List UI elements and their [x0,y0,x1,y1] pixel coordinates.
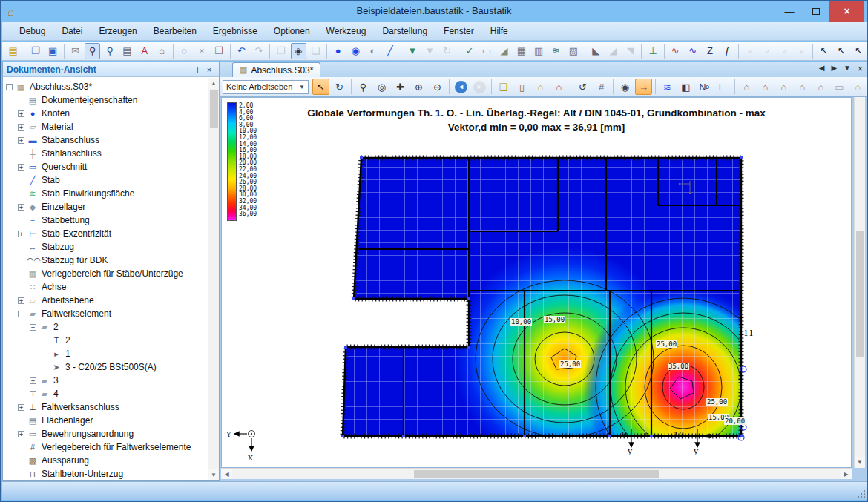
menu-item-fenster[interactable]: Fenster [435,24,482,39]
tree-item[interactable]: +⊢Stab-Exzentrizität [3,227,208,240]
scroll-left-icon[interactable]: ◀ [221,469,232,479]
prev-tab-icon[interactable]: ◀ [819,64,825,74]
tree-item[interactable]: +▬Stabanschluss [3,133,208,147]
tree-item[interactable]: +▱Material [3,120,208,133]
select-diamond-button[interactable]: ↖ [851,43,867,59]
zoom-out-button[interactable]: ⊖ [429,79,446,95]
menu-item-datei[interactable]: Datei [53,24,91,39]
tree-item[interactable]: ◠◠Stabzug für BDK [3,254,208,267]
menu-item-ergebnisse[interactable]: Ergebnisse [205,24,266,39]
scroll-thumb[interactable] [414,470,659,478]
menu-item-debug[interactable]: Debug [11,24,53,39]
numbering-toggle-button[interactable]: № [696,79,713,95]
tree-item[interactable]: +▱Arbeitsebene [3,294,208,307]
undo-button[interactable]: ↶ [234,43,249,59]
tree-item[interactable]: −▰2 [3,320,208,334]
pin-icon[interactable]: Ŧ [191,65,203,74]
render-station-button[interactable]: ⌂ [550,79,568,95]
beam-rotate-button[interactable]: ◢ [496,43,512,59]
clip-plane-button[interactable]: ◧ [677,79,694,95]
open-project-button[interactable]: ❐ [27,43,43,59]
render-door-button[interactable]: ▯ [513,79,530,95]
load-vertical-button[interactable]: ▼ [422,43,438,59]
node-load-button[interactable]: ▼ [404,43,420,59]
expander-icon[interactable]: + [30,391,36,397]
tree-item[interactable]: ╱Stab [3,174,208,187]
export-pdf-button[interactable]: A [137,43,152,59]
support-column-button[interactable]: ◥ [622,43,638,59]
tree-item[interactable]: ▸1 [3,347,208,360]
export-image-button[interactable]: ⌂ [154,43,169,59]
tree-item[interactable]: ▤Flächenlager [3,414,208,427]
tree-item[interactable]: ∷Achse [3,280,208,294]
workplane-check-button[interactable]: ✓ [461,43,477,59]
function-fx-button[interactable]: ƒ [720,43,735,59]
close-button[interactable]: × [829,1,864,22]
canvas-vscrollbar[interactable]: ▼ [854,97,865,468]
select-index-button[interactable]: ↖ [833,43,849,59]
scroll-thumb[interactable] [856,231,864,357]
support-elastic-button[interactable]: ◢ [605,43,621,59]
print-preview-button[interactable]: ⚲ [85,43,100,59]
send-document-button[interactable]: ✉ [68,43,83,59]
tree-item[interactable]: ⊓Stahlbeton-Unterzug [3,467,208,480]
menu-item-hilfe[interactable]: Hilfe [482,24,516,39]
select-measure-button[interactable]: ↖ [816,43,832,59]
paste-special-button[interactable]: ❐ [273,43,289,59]
load-z2-button[interactable]: Z [702,43,717,59]
save-button[interactable]: ▣ [45,43,61,59]
render-box-button[interactable]: ❑ [495,79,512,95]
zoom-extent-button[interactable]: ◎ [373,79,390,95]
node-select-button[interactable]: ◉ [347,43,363,59]
orbit-view-button[interactable]: ↺ [574,79,591,95]
copy-nodes-button[interactable]: ∘ [742,43,757,59]
tree-item[interactable]: −▦Abschluss.S03* [3,80,208,93]
scroll-thumb[interactable] [210,90,218,128]
dimension-toggle-button[interactable]: ⊢ [714,79,731,95]
minimize-button[interactable]: — [776,1,803,22]
rotate-select-button[interactable]: ↻ [331,79,348,95]
expander-icon[interactable]: + [18,404,24,411]
view-home-button[interactable]: ⌂ [849,79,867,95]
camera-snapshot-button[interactable]: ◉ [617,79,634,95]
panel-cut-button[interactable]: ▧ [565,43,581,59]
tree-item[interactable]: #Verlegebereich für Faltwerkselemente [3,440,208,454]
tree-item[interactable]: +●Knoten [3,107,208,120]
load-diagram-down-button[interactable]: ∿ [668,43,683,59]
tree-item[interactable]: +◆Einzellager [3,200,208,214]
pan-tool-button[interactable]: ✚ [392,79,409,95]
tree-item[interactable]: ≋Stab-Einwirkungsfläche [3,187,208,200]
rotate-nodes-button[interactable]: ∘ [777,43,792,59]
view-dome-button[interactable]: ⌂ [812,79,829,95]
close-tab-icon[interactable]: × [858,64,863,74]
mirror-nodes-button[interactable]: ∘ [759,43,775,59]
view-roof-button[interactable]: ⌂ [775,79,792,95]
tree-item[interactable]: +▰4 [3,387,208,400]
delete-button[interactable]: × [194,43,209,59]
tree-item[interactable]: ↔Stabzug [3,240,208,254]
tab-menu-icon[interactable]: ▼ [844,64,851,74]
menu-item-bearbeiten[interactable]: Bearbeiten [145,24,205,39]
support-create-button[interactable]: ◣ [588,43,603,59]
expander-icon[interactable]: + [18,124,24,131]
wave-results-button[interactable]: ≋ [659,79,676,95]
panel-edit-button[interactable]: ▥ [531,43,547,59]
search-document-button[interactable]: ⚲ [102,43,117,59]
close-icon[interactable]: × [203,65,215,74]
expander-icon[interactable]: + [18,137,24,144]
resize-grip[interactable] [856,489,865,498]
scroll-right-icon[interactable]: ▶ [841,469,852,479]
new-document-button[interactable]: ▤ [5,43,21,59]
menu-item-optionen[interactable]: Optionen [266,24,318,39]
expander-icon[interactable]: + [18,110,24,117]
tree-item[interactable]: ➤3 - C20/25 BSt500S(A) [3,360,208,374]
support-flip-button[interactable]: ◐ [365,43,381,59]
tree-item[interactable]: T2 [3,334,208,347]
next-tab-icon[interactable]: ▶ [831,64,837,74]
measure-line-button[interactable]: ╱ [382,43,398,59]
render-home-button[interactable]: ⌂ [532,79,549,95]
panel-create-button[interactable]: ▦ [513,43,529,59]
expander-icon[interactable]: + [18,231,24,237]
tree-item[interactable]: ╪Stahlanschluss [3,147,208,160]
menu-item-erzeugen[interactable]: Erzeugen [91,24,145,39]
